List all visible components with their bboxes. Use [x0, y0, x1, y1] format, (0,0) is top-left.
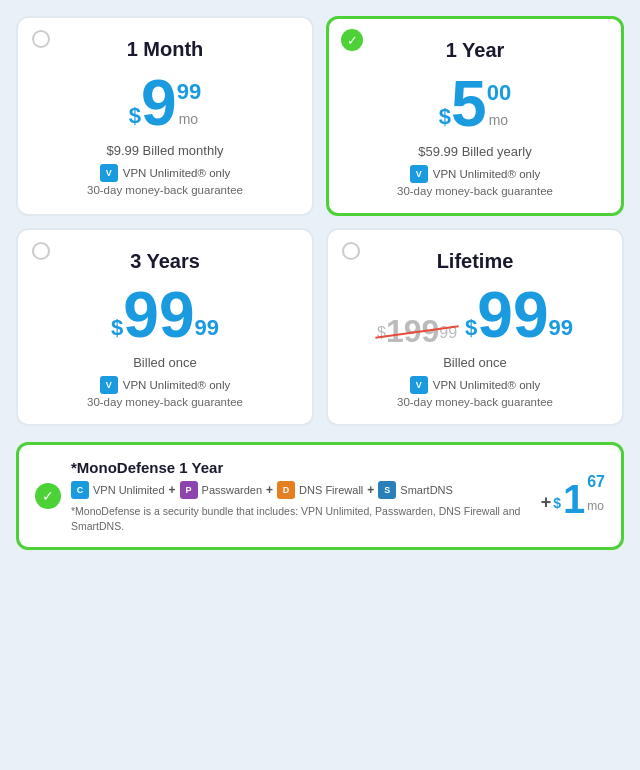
vpn-label: VPN Unlimited® only — [123, 379, 231, 391]
price-cents: 00 — [487, 82, 511, 104]
radio-indicator — [342, 242, 360, 260]
bundle-content: *MonoDefense 1 Year CVPN Unlimited+PPass… — [71, 459, 531, 533]
bundle-check-icon: ✓ — [35, 483, 61, 509]
plan-card-3years[interactable]: 3 Years $ 99 99 Billed once V VPN Unlimi… — [16, 228, 314, 426]
guarantee-text: 30-day money-back guarantee — [34, 184, 296, 196]
bundle-description: *MonoDefense is a security bundle that i… — [71, 504, 531, 533]
vpn-icon: V — [100, 164, 118, 182]
bundle-price: + $ 1 67 mo — [541, 473, 605, 519]
plan-name: Lifetime — [344, 250, 606, 273]
guarantee-text: 30-day money-back guarantee — [344, 396, 606, 408]
vpn-icon: V — [410, 165, 428, 183]
price-main: 99 — [123, 283, 194, 347]
bundle-apps: CVPN Unlimited+PPasswarden+DDNS Firewall… — [71, 481, 531, 499]
vpn-badge: V VPN Unlimited® only — [344, 376, 606, 394]
price-row: $ 9 99 mo — [34, 71, 296, 135]
vpn-label: VPN Unlimited® only — [433, 379, 541, 391]
plan-name: 3 Years — [34, 250, 296, 273]
guarantee-text: 30-day money-back guarantee — [34, 396, 296, 408]
plan-name: 1 Year — [345, 39, 605, 62]
plan-card-lifetime[interactable]: Lifetime $ 199 99 $ 99 99 Billed — [326, 228, 624, 426]
vpn-badge: V VPN Unlimited® only — [34, 164, 296, 182]
price-cents: 99 — [194, 317, 218, 339]
radio-indicator — [32, 242, 50, 260]
price-main: 99 — [477, 283, 548, 347]
app-label-pass: Passwarden — [202, 484, 263, 496]
bundle-price-period: mo — [587, 499, 604, 513]
price-period: mo — [179, 111, 198, 127]
vpn-badge: V VPN Unlimited® only — [34, 376, 296, 394]
app-icon-dns: D — [277, 481, 295, 499]
currency: $ — [465, 317, 477, 339]
bundle-price-main: 1 — [563, 479, 585, 519]
app-icon-pass: P — [180, 481, 198, 499]
bundle-title: *MonoDefense 1 Year — [71, 459, 531, 476]
vpn-badge: V VPN Unlimited® only — [345, 165, 605, 183]
bundle-currency: $ — [553, 495, 561, 511]
app-label-vpn: VPN Unlimited — [93, 484, 165, 496]
vpn-label: VPN Unlimited® only — [123, 167, 231, 179]
billed-info: $59.99 Billed yearly — [345, 144, 605, 159]
price-row: $ 99 99 — [34, 283, 296, 347]
app-icon-sdns: S — [378, 481, 396, 499]
plan-name: 1 Month — [34, 38, 296, 61]
guarantee-text: 30-day money-back guarantee — [345, 185, 605, 197]
billed-info: $9.99 Billed monthly — [34, 143, 296, 158]
app-label-sdns: SmartDNS — [400, 484, 453, 496]
old-price: $ 199 99 — [377, 315, 457, 347]
new-price-row: $ 99 99 — [465, 283, 573, 347]
app-plus-sign: + — [266, 483, 273, 497]
billed-info: Billed once — [34, 355, 296, 370]
currency: $ — [129, 105, 141, 127]
plan-card-1year[interactable]: ✓ 1 Year $ 5 00 mo $59.99 Billed yearly … — [326, 16, 624, 216]
old-price-currency: $ — [377, 324, 386, 342]
app-label-dns: DNS Firewall — [299, 484, 363, 496]
price-period: mo — [489, 112, 508, 128]
app-plus-sign: + — [169, 483, 176, 497]
currency: $ — [439, 106, 451, 128]
bundle-plus-sign: + — [541, 492, 552, 513]
app-plus-sign: + — [367, 483, 374, 497]
radio-indicator — [32, 30, 50, 48]
selected-check-icon: ✓ — [341, 29, 363, 51]
bundle-card[interactable]: ✓ *MonoDefense 1 Year CVPN Unlimited+PPa… — [16, 442, 624, 550]
price-cents: 99 — [177, 81, 201, 103]
vpn-icon: V — [410, 376, 428, 394]
vpn-label: VPN Unlimited® only — [433, 168, 541, 180]
price-row: $ 5 00 mo — [345, 72, 605, 136]
bundle-price-cents: 67 — [587, 473, 605, 491]
price-cents: 99 — [549, 317, 573, 339]
price-main: 9 — [141, 71, 177, 135]
price-main: 5 — [451, 72, 487, 136]
vpn-icon: V — [100, 376, 118, 394]
app-icon-vpn: C — [71, 481, 89, 499]
pricing-grid: 1 Month $ 9 99 mo $9.99 Billed monthly V… — [16, 16, 624, 426]
billed-info: Billed once — [344, 355, 606, 370]
plan-card-1month[interactable]: 1 Month $ 9 99 mo $9.99 Billed monthly V… — [16, 16, 314, 216]
currency: $ — [111, 317, 123, 339]
lifetime-prices: $ 199 99 $ 99 99 — [344, 283, 606, 347]
